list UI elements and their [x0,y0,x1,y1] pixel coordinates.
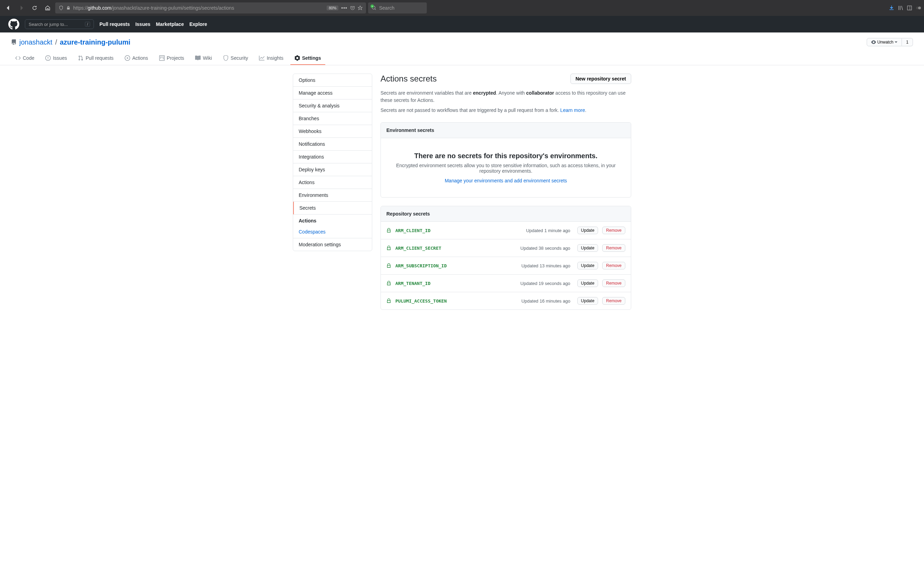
update-button[interactable]: Update [577,262,598,269]
back-button[interactable] [3,2,14,14]
extension-icon[interactable] [916,5,921,11]
env-secrets-header: Environment secrets [381,123,631,138]
github-logo[interactable] [8,19,19,30]
secret-updated: Updated 38 seconds ago [520,246,571,251]
settings-sidebar: Options Manage access Security & analysi… [293,73,372,310]
browser-chrome: https://github.com/jonashackt/azure-trai… [0,0,924,16]
sidebar-item-secrets[interactable]: Secrets [293,202,372,214]
sidebar-item-deploy-keys[interactable]: Deploy keys [293,163,372,176]
update-button[interactable]: Update [577,227,598,234]
tab-issues[interactable]: Issues [41,52,71,65]
new-secret-button[interactable]: New repository secret [571,73,631,84]
manage-environments-link[interactable]: Manage your environments and add environ… [445,178,567,183]
remove-button[interactable]: Remove [602,244,625,252]
sidebar-item-environments[interactable]: Environments [293,189,372,202]
repo-title: jonashackt / azure-training-pulumi [11,38,130,46]
remove-button[interactable]: Remove [602,262,625,269]
browser-search[interactable]: + Search [368,2,427,14]
github-nav: Pull requests Issues Marketplace Explore [99,22,207,27]
chevron-down-icon [895,41,898,44]
description-1: Secrets are environment variables that a… [380,89,631,104]
tab-wiki[interactable]: Wiki [191,52,216,65]
tab-projects[interactable]: Projects [155,52,189,65]
content-area: Actions secrets New repository secret Se… [380,73,631,310]
secret-row: ARM_SUBSCRIPTION_ID Updated 13 minutes a… [381,257,631,275]
shield-icon [59,6,64,10]
lock-icon [66,6,70,10]
sidebar-item-notifications[interactable]: Notifications [293,138,372,151]
repo-name-link[interactable]: azure-training-pulumi [60,38,130,46]
nav-pull-requests[interactable]: Pull requests [99,22,130,27]
secret-updated: Updated 1 minute ago [526,228,571,233]
nav-marketplace[interactable]: Marketplace [156,22,184,27]
library-icon[interactable] [898,5,903,11]
forward-button[interactable] [16,2,27,14]
lock-icon [386,263,391,268]
tab-security[interactable]: Security [219,52,253,65]
secret-updated: Updated 13 minutes ago [521,263,571,268]
download-icon[interactable] [889,5,894,11]
secret-updated: Updated 16 minutes ago [521,298,571,304]
url-bar[interactable]: https://github.com/jonashackt/azure-trai… [55,2,366,14]
remove-button[interactable]: Remove [602,280,625,287]
github-header: Search or jump to... / Pull requests Iss… [0,16,924,33]
zoom-badge[interactable]: 80% [327,6,338,10]
unwatch-button[interactable]: Unwatch [867,38,902,46]
secret-name: ARM_SUBSCRIPTION_ID [395,263,517,268]
lock-icon [386,298,391,303]
environment-secrets-box: Environment secrets There are no secrets… [380,122,631,197]
secret-updated: Updated 19 seconds ago [520,281,571,286]
watch-count[interactable]: 1 [902,38,913,46]
sidebar-item-moderation[interactable]: Moderation settings [293,238,372,251]
search-icon: + [372,6,377,10]
repo-secrets-header: Repository secrets [381,206,631,222]
repository-secrets-box: Repository secrets ARM_CLIENT_ID Updated… [380,206,631,310]
sidebar-subheading: Actions [293,214,372,227]
lock-icon [386,228,391,233]
bookmark-icon[interactable] [358,6,363,10]
tab-settings[interactable]: Settings [290,52,325,65]
remove-button[interactable]: Remove [602,227,625,234]
sidebar-item-codespaces[interactable]: Codespaces [293,227,372,238]
sidebar-item-security-analysis[interactable]: Security & analysis [293,99,372,112]
learn-more-link[interactable]: Learn more [560,107,585,113]
github-search[interactable]: Search or jump to... / [25,19,94,29]
search-placeholder: Search or jump to... [29,22,68,27]
main-content: Options Manage access Security & analysi… [287,73,637,310]
secret-row: ARM_CLIENT_ID Updated 1 minute ago Updat… [381,222,631,239]
lock-icon [386,246,391,250]
more-icon[interactable]: ••• [341,5,347,11]
tab-actions[interactable]: Actions [121,52,152,65]
sidebar-item-options[interactable]: Options [293,74,372,87]
sidebar-item-integrations[interactable]: Integrations [293,151,372,163]
secret-row: ARM_TENANT_ID Updated 19 seconds ago Upd… [381,275,631,292]
update-button[interactable]: Update [577,297,598,305]
search-placeholder: Search [379,5,394,11]
nav-issues[interactable]: Issues [135,22,150,27]
slash-hint: / [85,22,90,26]
lock-icon [386,281,391,286]
tab-pull-requests[interactable]: Pull requests [74,52,118,65]
remove-button[interactable]: Remove [602,297,625,305]
repo-tabs: Code Issues Pull requests Actions Projec… [0,52,924,65]
env-empty-title: There are no secrets for this repository… [389,152,623,160]
nav-explore[interactable]: Explore [189,22,207,27]
sidebar-item-branches[interactable]: Branches [293,112,372,125]
repo-owner-link[interactable]: jonashackt [19,38,53,46]
reload-button[interactable] [29,2,40,14]
tab-code[interactable]: Code [11,52,38,65]
page-title: Actions secrets [380,74,437,84]
sidebar-item-webhooks[interactable]: Webhooks [293,125,372,138]
sidebar-item-actions[interactable]: Actions [293,176,372,189]
tab-insights[interactable]: Insights [255,52,287,65]
env-empty-desc: Encrypted environment secrets allow you … [389,163,623,174]
repo-header: jonashackt / azure-training-pulumi Unwat… [0,33,924,46]
sidebar-icon[interactable] [907,5,912,11]
pocket-icon[interactable] [350,6,355,10]
update-button[interactable]: Update [577,280,598,287]
update-button[interactable]: Update [577,244,598,252]
home-button[interactable] [42,2,53,14]
sidebar-item-manage-access[interactable]: Manage access [293,87,372,99]
separator: / [55,38,57,46]
secret-name: ARM_TENANT_ID [395,281,516,286]
